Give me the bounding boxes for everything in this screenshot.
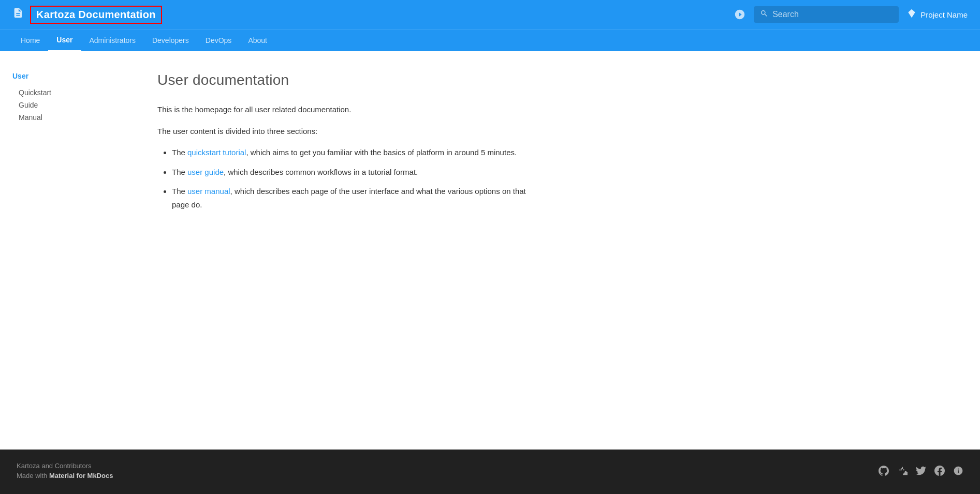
footer-icons bbox=[879, 466, 963, 478]
nav-item-home[interactable]: Home bbox=[12, 30, 48, 51]
info-icon[interactable] bbox=[953, 466, 963, 478]
sidebar-link-manual[interactable]: Manual bbox=[12, 111, 126, 124]
list-item-manual-prefix: The bbox=[172, 187, 187, 196]
footer: Kartoza and Contributors Made with Mater… bbox=[0, 450, 980, 494]
site-title[interactable]: Kartoza Documentation bbox=[30, 6, 162, 24]
intro-para-2: The user content is divided into three s… bbox=[157, 125, 530, 138]
search-icon bbox=[760, 9, 768, 20]
intro-para-1: This is the homepage for all user relate… bbox=[157, 103, 530, 116]
header-right: Project Name bbox=[734, 6, 968, 23]
navbar: Home User Administrators Developers DevO… bbox=[0, 29, 980, 51]
search-input[interactable] bbox=[772, 10, 893, 19]
nav-item-administrators[interactable]: Administrators bbox=[81, 30, 144, 51]
sidebar-section-title: User bbox=[12, 72, 126, 80]
list-item-quickstart-suffix: , which aims to get you familiar with th… bbox=[246, 148, 517, 157]
list-item-guide: The user guide, which describes common w… bbox=[172, 166, 530, 179]
nav-item-user[interactable]: User bbox=[48, 29, 81, 51]
content-list: The quickstart tutorial, which aims to g… bbox=[157, 146, 530, 211]
logo-icon bbox=[12, 7, 24, 22]
footer-made-with: Made with Material for MkDocs bbox=[17, 472, 113, 480]
nav-item-devops[interactable]: DevOps bbox=[197, 30, 240, 51]
header: Kartoza Documentation Project Name bbox=[0, 0, 980, 29]
page-body: User Quickstart Guide Manual User docume… bbox=[0, 51, 980, 450]
list-item-quickstart-prefix: The bbox=[172, 148, 187, 157]
sidebar-link-guide[interactable]: Guide bbox=[12, 99, 126, 111]
settings-button[interactable] bbox=[734, 9, 745, 20]
project-name-label: Project Name bbox=[920, 10, 968, 19]
user-manual-link[interactable]: user manual bbox=[187, 187, 230, 196]
header-left: Kartoza Documentation bbox=[12, 6, 162, 24]
list-item-manual: The user manual, which describes each pa… bbox=[172, 185, 530, 211]
main-content: User documentation This is the homepage … bbox=[137, 72, 530, 429]
github-icon[interactable] bbox=[879, 466, 889, 478]
nav-item-about[interactable]: About bbox=[240, 30, 275, 51]
sidebar: User Quickstart Guide Manual bbox=[12, 72, 137, 429]
diamond-icon bbox=[907, 9, 916, 21]
search-box[interactable] bbox=[754, 6, 899, 23]
list-item-guide-prefix: The bbox=[172, 168, 187, 176]
twitter-icon[interactable] bbox=[916, 466, 926, 478]
footer-made-with-prefix: Made with bbox=[17, 472, 49, 480]
facebook-icon[interactable] bbox=[934, 466, 945, 478]
quickstart-tutorial-link[interactable]: quickstart tutorial bbox=[187, 148, 246, 157]
nav-item-developers[interactable]: Developers bbox=[144, 30, 197, 51]
list-item-quickstart: The quickstart tutorial, which aims to g… bbox=[172, 146, 530, 159]
footer-company: Kartoza and Contributors bbox=[17, 462, 113, 470]
sidebar-link-quickstart[interactable]: Quickstart bbox=[12, 86, 126, 99]
list-item-guide-suffix: , which describes common workflows in a … bbox=[224, 168, 418, 176]
docker-icon[interactable] bbox=[897, 466, 908, 478]
mkdocs-link[interactable]: Material for MkDocs bbox=[49, 472, 113, 480]
footer-left: Kartoza and Contributors Made with Mater… bbox=[17, 462, 113, 482]
project-name-area: Project Name bbox=[907, 9, 968, 21]
page-title: User documentation bbox=[157, 72, 530, 88]
user-guide-link[interactable]: user guide bbox=[187, 168, 224, 176]
